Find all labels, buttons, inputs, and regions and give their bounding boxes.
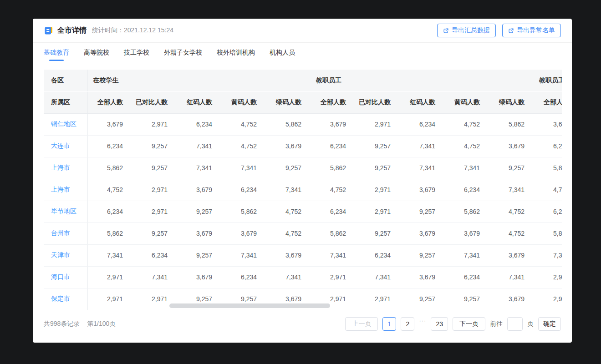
table-row: 台州市5,8629,2573,6793,6794,7525,8629,2573,… (44, 222, 562, 244)
table-cell: 7,341 (311, 244, 355, 266)
table-cell: 4,752 (266, 222, 311, 244)
table-cell: 9,257 (177, 244, 221, 266)
region-link[interactable]: 保定市 (51, 295, 70, 302)
table-cell: 2,971 (87, 288, 132, 310)
table-cell: 6,234 (355, 244, 400, 266)
table-cell: 3,679 (177, 222, 221, 244)
table-row: 铜仁地区3,6792,9716,2344,7525,8623,6792,9716… (44, 113, 562, 135)
pager-ellipsis[interactable]: ··· (419, 317, 426, 331)
confirm-goto-button[interactable]: 确定 (538, 317, 561, 331)
table-cell: 3,679 (400, 179, 444, 201)
region-link[interactable]: 上海市 (51, 186, 70, 193)
table-cell: 6,234 (444, 179, 489, 201)
table-cell: 9,257 (132, 135, 177, 157)
document-icon (44, 26, 53, 35)
table-cell: 5,862 (311, 222, 355, 244)
page-info-text: 第1/100页 (87, 320, 116, 327)
table-cell: 9,257 (444, 288, 489, 310)
table-cell: 4,752 (311, 179, 355, 201)
tab-3[interactable]: 外籍子女学校 (164, 43, 202, 61)
table-row: 毕节地区6,2342,9719,2575,8624,7526,2342,9719… (44, 201, 562, 222)
table-cell: 6,234 (87, 135, 132, 157)
table-cell: 3,679 (400, 222, 444, 244)
page-button-1[interactable]: 1 (382, 317, 396, 331)
fixed-column-header-top: 各区 (44, 70, 87, 91)
table-cell: 6,234 (132, 244, 177, 266)
table-row: 上海市4,7522,9713,6796,2347,3414,7522,9713,… (44, 179, 562, 201)
table-cell: 3,679 (266, 244, 311, 266)
table-cell: 3,679 (266, 135, 311, 157)
export-icon (508, 28, 514, 34)
table-cell: 2,971 (132, 201, 177, 222)
column-header: 黄码人数 (221, 91, 266, 113)
export-abnormal-label: 导出异常名单 (517, 26, 555, 35)
table-cell: 9,257 (400, 201, 444, 222)
table-cell: 5,862 (87, 157, 132, 179)
table-row: 大连市6,2349,2577,3414,7523,6796,2349,2577,… (44, 135, 562, 157)
category-tabs: 基础教育高等院校技工学校外籍子女学校校外培训机构机构人员 (33, 43, 572, 61)
table-cell: 5,862 (266, 113, 311, 135)
export-summary-button[interactable]: 导出汇总数据 (437, 24, 496, 37)
report-card: 全市详情 统计时间：2021.12.12 15:24 导出汇总数据 导出异常名单… (33, 19, 572, 343)
table-cell: 9,257 (355, 222, 400, 244)
table-cell: 9,257 (400, 288, 444, 310)
table-cell: 6,234 (534, 135, 562, 157)
table-cell: 6,234 (444, 266, 489, 288)
region-link[interactable]: 上海市 (51, 164, 70, 171)
page-button-23[interactable]: 23 (431, 317, 448, 331)
column-group-header-0: 在校学生 (87, 70, 311, 91)
table-cell: 7,341 (534, 244, 562, 266)
goto-suffix-label: 页 (527, 320, 534, 328)
tab-4[interactable]: 校外培训机构 (217, 43, 255, 61)
column-header: 已对比人数 (355, 91, 400, 113)
table-cell: 2,971 (355, 288, 400, 310)
table-row: 上海市5,8629,2577,3417,3419,2575,8629,2577,… (44, 157, 562, 179)
table-cell: 3,679 (489, 135, 534, 157)
table-cell: 4,752 (444, 135, 489, 157)
table-cell: 5,862 (221, 201, 266, 222)
tab-1[interactable]: 高等院校 (84, 43, 109, 61)
table-cell: 5,862 (87, 222, 132, 244)
page-button-2[interactable]: 2 (401, 317, 414, 331)
region-link[interactable]: 铜仁地区 (51, 120, 76, 127)
tab-2[interactable]: 技工学校 (124, 43, 149, 61)
table-cell: 4,752 (266, 201, 311, 222)
region-link[interactable]: 天津市 (51, 251, 70, 258)
region-link[interactable]: 海口市 (51, 273, 70, 280)
export-icon (443, 28, 449, 34)
table-cell: 3,679 (221, 222, 266, 244)
table-cell: 5,862 (444, 201, 489, 222)
region-link[interactable]: 毕节地区 (51, 207, 76, 215)
column-header: 全部人数 (311, 91, 355, 113)
table-cell: 3,679 (87, 113, 132, 135)
table-cell: 9,257 (489, 157, 534, 179)
table-cell: 3,679 (444, 222, 489, 244)
table-cell: 9,257 (355, 135, 400, 157)
table-cell: 2,971 (132, 179, 177, 201)
table-cell: 7,341 (221, 157, 266, 179)
card-header: 全市详情 统计时间：2021.12.12 15:24 导出汇总数据 导出异常名单 (33, 19, 572, 43)
table-cell: 6,234 (311, 201, 355, 222)
export-abnormal-button[interactable]: 导出异常名单 (502, 24, 561, 37)
tab-5[interactable]: 机构人员 (270, 43, 295, 61)
region-link[interactable]: 台州市 (51, 229, 70, 237)
page-title: 全市详情 (57, 26, 87, 35)
table-cell: 7,341 (400, 157, 444, 179)
table-cell: 2,971 (355, 179, 400, 201)
table-cell: 9,257 (177, 201, 221, 222)
table-footer: 共998条记录 第1/100页 上一页 12···23 下一页 前往 页 确定 (44, 317, 561, 331)
prev-page-button[interactable]: 上一页 (345, 317, 378, 331)
next-page-button[interactable]: 下一页 (453, 317, 485, 331)
table-cell: 3,679 (534, 113, 562, 135)
region-link[interactable]: 大连市 (51, 142, 70, 149)
tab-0[interactable]: 基础教育 (44, 43, 69, 61)
table-cell: 2,971 (355, 201, 400, 222)
goto-page-input[interactable] (507, 317, 523, 331)
table-cell: 6,234 (400, 113, 444, 135)
table-cell: 3,679 (489, 288, 534, 310)
table-cell: 5,862 (489, 113, 534, 135)
horizontal-scrollbar-thumb[interactable] (169, 303, 330, 308)
table-cell: 9,257 (132, 157, 177, 179)
column-header: 全部人数 (534, 91, 562, 113)
column-header: 绿码人数 (266, 91, 311, 113)
